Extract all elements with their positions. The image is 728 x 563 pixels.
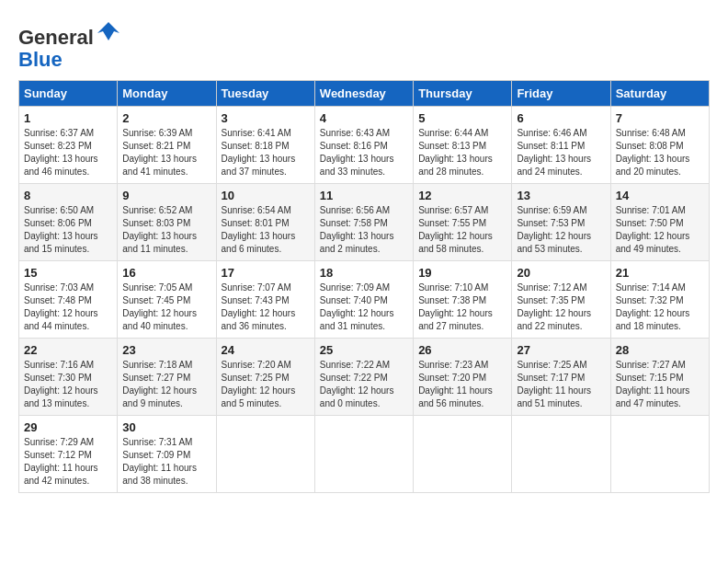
logo-blue: Blue xyxy=(18,48,63,71)
calendar-day: 27Sunrise: 7:25 AMSunset: 7:17 PMDayligh… xyxy=(512,339,610,416)
day-number: 16 xyxy=(122,266,210,280)
day-number: 29 xyxy=(24,420,112,434)
calendar-day: 19Sunrise: 7:10 AMSunset: 7:38 PMDayligh… xyxy=(414,261,512,339)
calendar-day: 12Sunrise: 6:57 AMSunset: 7:55 PMDayligh… xyxy=(414,184,512,261)
day-detail: Sunrise: 7:05 AMSunset: 7:45 PMDaylight:… xyxy=(122,282,210,333)
logo-general: General xyxy=(18,26,94,49)
day-number: 10 xyxy=(222,189,310,202)
day-detail: Sunrise: 6:50 AMSunset: 8:06 PMDaylight:… xyxy=(24,204,112,256)
calendar-body: 1Sunrise: 6:37 AMSunset: 8:23 PMDaylight… xyxy=(19,107,710,493)
day-number: 20 xyxy=(517,266,605,280)
day-number: 21 xyxy=(616,266,704,280)
day-detail: Sunrise: 6:39 AMSunset: 8:21 PMDaylight:… xyxy=(122,127,210,178)
day-detail: Sunrise: 7:16 AMSunset: 7:30 PMDaylight:… xyxy=(24,359,112,410)
calendar-week-row: 22Sunrise: 7:16 AMSunset: 7:30 PMDayligh… xyxy=(19,339,710,416)
day-detail: Sunrise: 7:12 AMSunset: 7:35 PMDaylight:… xyxy=(517,282,605,333)
calendar-header-row: SundayMondayTuesdayWednesdayThursdayFrid… xyxy=(19,81,710,107)
day-number: 6 xyxy=(517,111,605,125)
day-number: 9 xyxy=(122,189,210,202)
day-number: 27 xyxy=(517,343,605,357)
calendar-day: 21Sunrise: 7:14 AMSunset: 7:32 PMDayligh… xyxy=(610,261,709,339)
day-detail: Sunrise: 7:29 AMSunset: 7:12 PMDaylight:… xyxy=(24,436,112,488)
calendar-day: 11Sunrise: 6:56 AMSunset: 7:58 PMDayligh… xyxy=(314,184,413,261)
calendar-table: SundayMondayTuesdayWednesdayThursdayFrid… xyxy=(18,80,710,493)
day-detail: Sunrise: 7:31 AMSunset: 7:09 PMDaylight:… xyxy=(122,436,210,488)
calendar-day: 2Sunrise: 6:39 AMSunset: 8:21 PMDaylight… xyxy=(118,107,216,184)
calendar-day: 15Sunrise: 7:03 AMSunset: 7:48 PMDayligh… xyxy=(19,261,118,339)
calendar-day: 25Sunrise: 7:22 AMSunset: 7:22 PMDayligh… xyxy=(314,339,413,416)
page-header: General Blue xyxy=(18,18,710,71)
calendar-day: 14Sunrise: 7:01 AMSunset: 7:50 PMDayligh… xyxy=(610,184,709,261)
day-detail: Sunrise: 6:57 AMSunset: 7:55 PMDaylight:… xyxy=(418,204,506,256)
day-detail: Sunrise: 6:54 AMSunset: 8:01 PMDaylight:… xyxy=(222,204,310,256)
day-number: 30 xyxy=(122,420,210,434)
calendar-day: 20Sunrise: 7:12 AMSunset: 7:35 PMDayligh… xyxy=(512,261,610,339)
day-header-monday: Monday xyxy=(118,81,216,107)
calendar-day: 18Sunrise: 7:09 AMSunset: 7:40 PMDayligh… xyxy=(314,261,413,339)
calendar-day: 1Sunrise: 6:37 AMSunset: 8:23 PMDaylight… xyxy=(19,107,118,184)
day-number: 28 xyxy=(616,343,704,357)
logo: General Blue xyxy=(18,18,121,71)
calendar-day-empty xyxy=(512,416,610,493)
calendar-day: 28Sunrise: 7:27 AMSunset: 7:15 PMDayligh… xyxy=(610,339,709,416)
day-number: 4 xyxy=(320,111,408,125)
day-number: 15 xyxy=(24,266,112,280)
day-header-sunday: Sunday xyxy=(19,81,118,107)
day-detail: Sunrise: 7:10 AMSunset: 7:38 PMDaylight:… xyxy=(418,282,506,333)
day-detail: Sunrise: 6:52 AMSunset: 8:03 PMDaylight:… xyxy=(122,204,210,256)
calendar-day-empty xyxy=(216,416,314,493)
day-detail: Sunrise: 7:09 AMSunset: 7:40 PMDaylight:… xyxy=(320,282,408,333)
calendar-day: 23Sunrise: 7:18 AMSunset: 7:27 PMDayligh… xyxy=(118,339,216,416)
day-number: 12 xyxy=(418,189,506,202)
calendar-day: 29Sunrise: 7:29 AMSunset: 7:12 PMDayligh… xyxy=(19,416,118,493)
day-header-thursday: Thursday xyxy=(414,81,512,107)
day-number: 11 xyxy=(320,189,408,202)
day-number: 8 xyxy=(24,189,112,202)
day-detail: Sunrise: 6:37 AMSunset: 8:23 PMDaylight:… xyxy=(24,127,112,178)
day-number: 1 xyxy=(24,111,112,125)
day-detail: Sunrise: 7:07 AMSunset: 7:43 PMDaylight:… xyxy=(222,282,310,333)
calendar-day: 3Sunrise: 6:41 AMSunset: 8:18 PMDaylight… xyxy=(216,107,314,184)
calendar-day: 22Sunrise: 7:16 AMSunset: 7:30 PMDayligh… xyxy=(19,339,118,416)
calendar-day: 4Sunrise: 6:43 AMSunset: 8:16 PMDaylight… xyxy=(314,107,413,184)
day-detail: Sunrise: 6:46 AMSunset: 8:11 PMDaylight:… xyxy=(517,127,605,178)
day-detail: Sunrise: 7:14 AMSunset: 7:32 PMDaylight:… xyxy=(616,282,704,333)
day-detail: Sunrise: 7:18 AMSunset: 7:27 PMDaylight:… xyxy=(122,359,210,410)
day-detail: Sunrise: 6:59 AMSunset: 7:53 PMDaylight:… xyxy=(517,204,605,256)
day-detail: Sunrise: 7:22 AMSunset: 7:22 PMDaylight:… xyxy=(320,359,408,410)
day-detail: Sunrise: 6:41 AMSunset: 8:18 PMDaylight:… xyxy=(222,127,310,178)
calendar-week-row: 29Sunrise: 7:29 AMSunset: 7:12 PMDayligh… xyxy=(19,416,710,493)
calendar-day: 13Sunrise: 6:59 AMSunset: 7:53 PMDayligh… xyxy=(512,184,610,261)
calendar-day: 30Sunrise: 7:31 AMSunset: 7:09 PMDayligh… xyxy=(118,416,216,493)
calendar-week-row: 1Sunrise: 6:37 AMSunset: 8:23 PMDaylight… xyxy=(19,107,710,184)
calendar-day-empty xyxy=(314,416,413,493)
day-header-tuesday: Tuesday xyxy=(216,81,314,107)
day-number: 7 xyxy=(616,111,704,125)
day-number: 2 xyxy=(122,111,210,125)
day-detail: Sunrise: 7:20 AMSunset: 7:25 PMDaylight:… xyxy=(222,359,310,410)
day-number: 19 xyxy=(418,266,506,280)
day-header-saturday: Saturday xyxy=(610,81,709,107)
day-detail: Sunrise: 6:56 AMSunset: 7:58 PMDaylight:… xyxy=(320,204,408,256)
calendar-day: 10Sunrise: 6:54 AMSunset: 8:01 PMDayligh… xyxy=(216,184,314,261)
logo-bird-icon xyxy=(96,18,121,44)
day-number: 24 xyxy=(222,343,310,357)
day-detail: Sunrise: 6:43 AMSunset: 8:16 PMDaylight:… xyxy=(320,127,408,178)
day-header-wednesday: Wednesday xyxy=(314,81,413,107)
calendar-week-row: 15Sunrise: 7:03 AMSunset: 7:48 PMDayligh… xyxy=(19,261,710,339)
day-detail: Sunrise: 6:44 AMSunset: 8:13 PMDaylight:… xyxy=(418,127,506,178)
day-detail: Sunrise: 7:03 AMSunset: 7:48 PMDaylight:… xyxy=(24,282,112,333)
calendar-day: 17Sunrise: 7:07 AMSunset: 7:43 PMDayligh… xyxy=(216,261,314,339)
day-number: 3 xyxy=(222,111,310,125)
calendar-day-empty xyxy=(610,416,709,493)
day-number: 13 xyxy=(517,189,605,202)
calendar-day: 26Sunrise: 7:23 AMSunset: 7:20 PMDayligh… xyxy=(414,339,512,416)
calendar-day: 8Sunrise: 6:50 AMSunset: 8:06 PMDaylight… xyxy=(19,184,118,261)
svg-marker-0 xyxy=(97,22,119,40)
day-number: 5 xyxy=(418,111,506,125)
day-detail: Sunrise: 7:25 AMSunset: 7:17 PMDaylight:… xyxy=(517,359,605,410)
calendar-week-row: 8Sunrise: 6:50 AMSunset: 8:06 PMDaylight… xyxy=(19,184,710,261)
calendar-day-empty xyxy=(414,416,512,493)
day-number: 22 xyxy=(24,343,112,357)
day-number: 14 xyxy=(616,189,704,202)
